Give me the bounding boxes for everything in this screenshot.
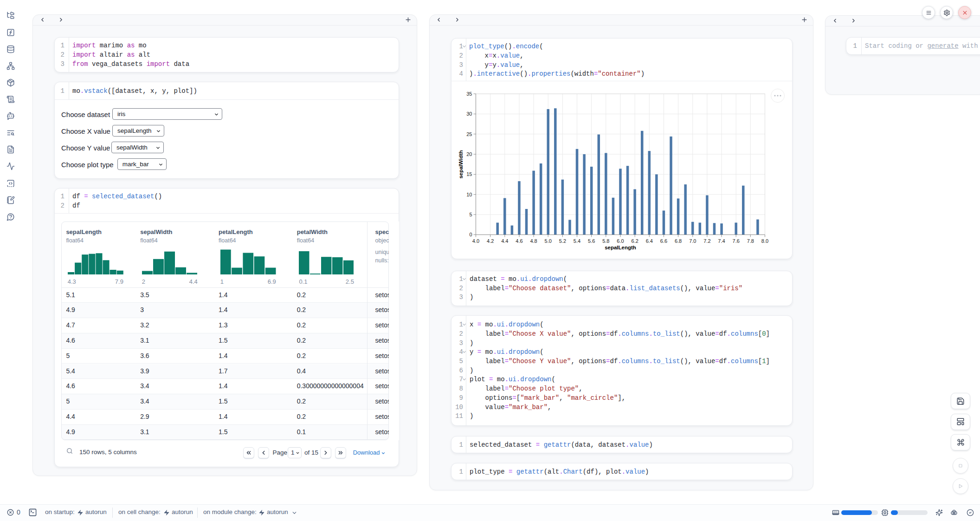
svg-text:sepalWidth: sepalWidth xyxy=(458,150,464,178)
svg-text:10: 10 xyxy=(466,192,472,197)
svg-text:4.8: 4.8 xyxy=(530,238,537,244)
svg-text:7.2: 7.2 xyxy=(703,238,710,244)
svg-text:4.2: 4.2 xyxy=(487,238,494,244)
svg-text:8.0: 8.0 xyxy=(761,238,768,244)
svg-text:30: 30 xyxy=(466,111,472,117)
svg-text:4.0: 4.0 xyxy=(472,238,479,244)
svg-text:7.6: 7.6 xyxy=(733,238,740,244)
svg-text:7.0: 7.0 xyxy=(689,238,696,244)
svg-text:sepalLength: sepalLength xyxy=(605,245,636,250)
svg-text:6.4: 6.4 xyxy=(646,238,653,244)
svg-text:6.2: 6.2 xyxy=(632,238,638,244)
svg-text:4.4: 4.4 xyxy=(501,238,508,244)
svg-text:7.8: 7.8 xyxy=(747,238,754,244)
svg-text:5.6: 5.6 xyxy=(588,238,595,244)
svg-text:5: 5 xyxy=(469,212,472,217)
svg-text:15: 15 xyxy=(466,171,472,177)
svg-text:7.4: 7.4 xyxy=(718,238,725,244)
svg-text:5.2: 5.2 xyxy=(559,238,566,244)
svg-text:20: 20 xyxy=(466,151,472,157)
svg-text:6.8: 6.8 xyxy=(675,238,682,244)
svg-text:6.0: 6.0 xyxy=(617,238,624,244)
svg-text:5.4: 5.4 xyxy=(574,238,580,244)
svg-text:5.0: 5.0 xyxy=(545,238,552,244)
svg-text:5.8: 5.8 xyxy=(602,238,609,244)
svg-text:0: 0 xyxy=(469,232,472,237)
svg-text:25: 25 xyxy=(466,131,472,137)
svg-text:6.6: 6.6 xyxy=(660,238,667,244)
svg-text:35: 35 xyxy=(466,91,472,97)
svg-text:4.6: 4.6 xyxy=(516,238,522,244)
